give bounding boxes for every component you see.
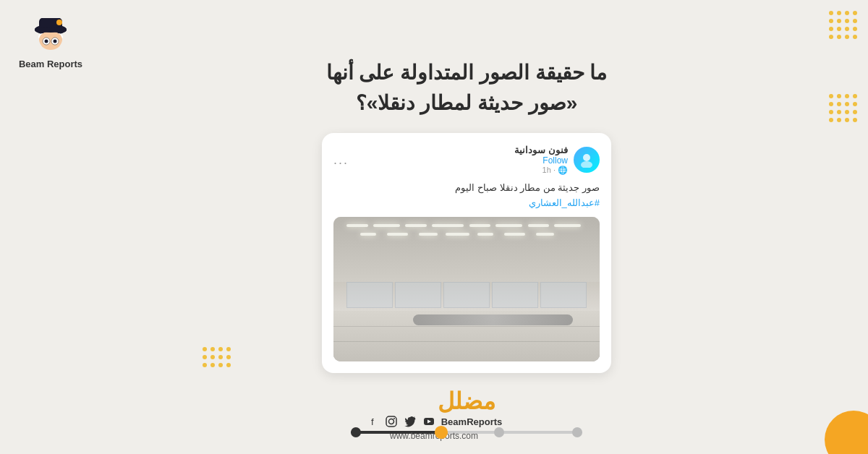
footer: f BeamReports www.beamreports.com: [0, 415, 868, 441]
decoration-dots-mid-right: [829, 94, 857, 122]
svg-point-18: [581, 161, 592, 168]
post-username: فنون سودانية: [514, 145, 568, 155]
svg-rect-19: [386, 416, 396, 427]
social-links: f BeamReports: [366, 415, 503, 428]
logo-text: Beam Reports: [19, 59, 82, 69]
article-title-line2: «صور حديثة لمطار دنقلا»؟: [326, 88, 608, 119]
conveyor-belt: [413, 314, 573, 325]
main-content: ما حقيقة الصور المتداولة على أنها «صور ح…: [109, 58, 825, 441]
airport-ceiling: [333, 217, 600, 282]
svg-point-16: [56, 20, 62, 25]
beam-reports-logo-icon: [27, 11, 74, 57]
footer-brand-name: BeamReports: [441, 416, 503, 427]
verdict-label: مضلل: [438, 387, 495, 415]
post-text: صور جديثة من مطار دنقلا صباح اليوم #عبدا…: [333, 181, 600, 211]
svg-point-20: [388, 419, 393, 424]
svg-point-21: [393, 418, 395, 419]
post-more-options[interactable]: ...: [333, 153, 349, 168]
facebook-icon[interactable]: f: [366, 415, 379, 428]
post-time: 1h · 🌐: [542, 166, 568, 175]
article-title-line1: ما حقيقة الصور المتداولة على أنها: [326, 58, 608, 88]
airport-interior: [333, 217, 600, 361]
avatar-image: [574, 147, 600, 173]
svg-point-17: [583, 154, 590, 161]
rating-node-4: [572, 427, 582, 437]
post-hashtag: #عبدالله_العشاري: [333, 196, 600, 211]
post-image: [333, 217, 600, 361]
svg-point-14: [45, 40, 48, 43]
youtube-icon[interactable]: [422, 415, 435, 428]
rating-node-3: [494, 427, 504, 437]
post-text-line1: صور جديثة من مطار دنقلا صباح اليوم: [455, 182, 600, 193]
post-avatar: [574, 147, 600, 173]
social-post-card: فنون سودانية Follow 1h · 🌐 ... صور جديثة…: [322, 133, 611, 373]
article-title: ما حقيقة الصور المتداولة على أنها «صور ح…: [326, 58, 608, 119]
svg-point-15: [54, 40, 57, 43]
rating-node-1: [351, 427, 361, 437]
post-follow-label[interactable]: Follow: [542, 155, 568, 166]
logo-area: Beam Reports: [14, 11, 87, 69]
svg-point-10: [35, 27, 67, 33]
twitter-icon[interactable]: [404, 415, 417, 428]
decoration-dots-top-right: [829, 11, 857, 39]
post-header: فنون سودانية Follow 1h · 🌐 ...: [333, 145, 600, 175]
post-user-details: فنون سودانية Follow 1h · 🌐: [514, 145, 568, 175]
instagram-icon[interactable]: [385, 415, 398, 428]
post-user-info: فنون سودانية Follow 1h · 🌐: [514, 145, 600, 175]
rating-node-2: [435, 425, 448, 438]
